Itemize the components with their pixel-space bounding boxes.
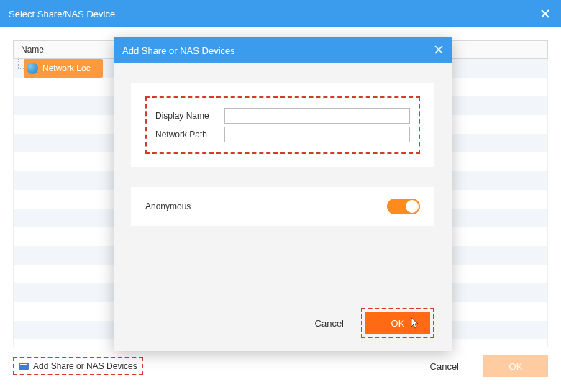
outer-cancel-button[interactable]: Cancel (414, 355, 475, 377)
form-card: Display Name Network Path (131, 83, 434, 167)
outer-ok-button[interactable]: OK (483, 355, 548, 377)
add-share-link-label: Add Share or NAS Devices (33, 361, 137, 371)
close-icon (434, 45, 443, 54)
modal-ok-label: OK (391, 318, 405, 329)
display-name-row: Display Name (155, 108, 410, 124)
network-path-row: Network Path (155, 127, 410, 142)
outer-window-title: Select Share/NAS Device (9, 9, 538, 19)
nas-icon (19, 363, 29, 370)
add-share-link[interactable]: Add Share or NAS Devices (13, 357, 143, 375)
display-name-label: Display Name (155, 111, 224, 121)
cursor-icon (411, 318, 420, 329)
ok-highlight: OK (361, 308, 434, 338)
anonymous-card: Anonymous (131, 187, 434, 226)
tree-item-label: Network Loc (42, 63, 91, 73)
outer-titlebar: Select Share/NAS Device (0, 0, 561, 27)
modal-titlebar: Add Share or NAS Devices (114, 37, 452, 63)
display-name-input[interactable] (224, 108, 410, 124)
add-share-modal: Add Share or NAS Devices Display Name Ne… (114, 37, 452, 351)
modal-footer: Cancel OK (114, 298, 452, 351)
modal-cancel-button[interactable]: Cancel (309, 314, 350, 333)
tree-item-network-location[interactable]: Network Loc (24, 59, 103, 78)
outer-footer: Add Share or NAS Devices Cancel OK (13, 347, 548, 379)
form-highlight: Display Name Network Path (145, 96, 420, 154)
anonymous-label: Anonymous (145, 201, 387, 211)
modal-title: Add Share or NAS Devices (122, 45, 434, 56)
modal-close-button[interactable] (434, 44, 443, 57)
modal-ok-button[interactable]: OK (365, 312, 430, 334)
network-path-input[interactable] (224, 127, 410, 142)
anonymous-toggle[interactable] (387, 199, 420, 214)
modal-body: Display Name Network Path Anonymous (114, 63, 452, 298)
close-icon (540, 9, 550, 19)
globe-icon (27, 63, 38, 74)
network-path-label: Network Path (155, 129, 224, 140)
outer-close-button[interactable] (538, 6, 552, 21)
